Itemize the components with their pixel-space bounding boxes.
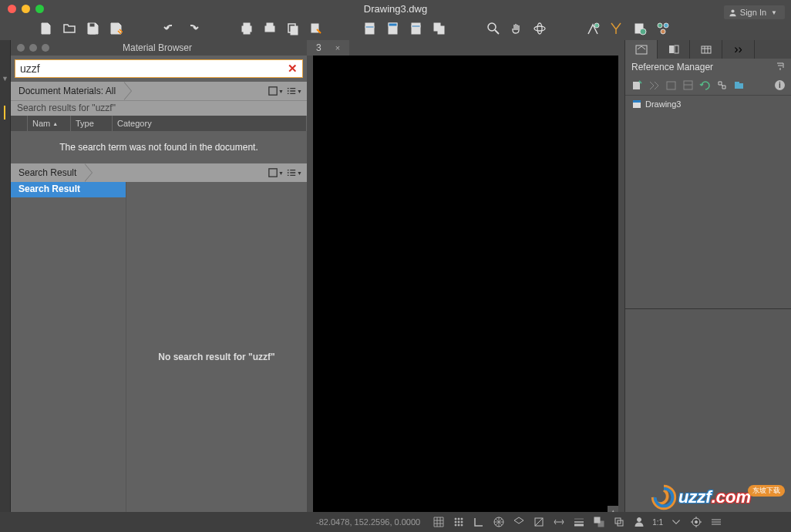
col-blank[interactable] (11, 116, 28, 131)
svg-point-45 (458, 521, 459, 523)
svg-point-49 (461, 524, 463, 526)
paste-button[interactable] (308, 21, 324, 36)
tool4-button[interactable] (655, 21, 671, 36)
snap-button[interactable] (449, 513, 468, 530)
undo-button[interactable] (162, 21, 177, 36)
selection-cycling-button[interactable] (610, 513, 628, 530)
info-button[interactable]: i (772, 79, 786, 93)
rp-btn-4[interactable] (681, 79, 695, 93)
rp-btn-3[interactable] (664, 79, 678, 93)
sb-person-button[interactable] (630, 513, 648, 530)
window-minimize[interactable] (22, 5, 30, 13)
search-results-header: Search results for "uzzf" (11, 100, 307, 116)
transparency-button[interactable] (590, 513, 608, 530)
svg-rect-32 (633, 82, 640, 89)
redo-button[interactable] (185, 21, 200, 36)
workspace-button[interactable] (687, 513, 705, 530)
svg-point-0 (731, 9, 734, 12)
left-ribbon[interactable]: ▼ (0, 40, 11, 532)
chevron-down-icon: ▼ (771, 9, 777, 16)
osnap-button[interactable] (530, 513, 548, 530)
window-title: Drawing3.dwg (364, 3, 427, 15)
zoom-button[interactable] (486, 21, 501, 36)
save-button[interactable] (85, 21, 100, 36)
svg-rect-5 (267, 23, 273, 26)
otrack-button[interactable] (550, 513, 568, 530)
drawing-canvas[interactable]: ▴ (313, 56, 618, 526)
pan-button[interactable] (509, 21, 524, 36)
sheet2-button[interactable] (385, 21, 401, 36)
annotation-scale[interactable]: 1:1 (650, 518, 665, 527)
svg-rect-27 (269, 169, 277, 177)
panel-close[interactable] (17, 44, 25, 52)
sheet3-button[interactable] (409, 21, 424, 36)
polar-button[interactable] (490, 513, 508, 530)
svg-point-23 (658, 23, 662, 28)
svg-rect-12 (389, 23, 397, 26)
panel-dock-icon[interactable] (776, 62, 785, 73)
panel-title-text: Reference Manager (631, 62, 713, 72)
search-input[interactable] (20, 62, 288, 75)
col-type[interactable]: Type (71, 116, 113, 131)
svg-point-25 (661, 29, 665, 34)
new-file-button[interactable] (39, 21, 54, 36)
orbit-button[interactable] (532, 21, 547, 36)
svg-point-24 (664, 23, 668, 28)
tool2-button[interactable] (609, 21, 624, 36)
svg-rect-2 (244, 23, 250, 26)
drawing-tab[interactable]: 3× (307, 40, 349, 56)
tool1-button[interactable] (586, 21, 601, 36)
rp-btn-2[interactable] (647, 79, 661, 93)
print-preview-button[interactable] (262, 21, 278, 36)
sheet4-button[interactable] (432, 21, 447, 36)
refresh-button[interactable] (698, 79, 712, 93)
reference-tree-item[interactable]: Drawing3 (631, 99, 785, 109)
ortho-button[interactable] (470, 513, 488, 530)
search-clear[interactable]: ✕ (288, 62, 298, 76)
ref-manager-tab[interactable] (625, 40, 658, 59)
svg-rect-8 (311, 24, 318, 32)
sb-dropdown[interactable] (667, 513, 685, 530)
customization-button[interactable] (707, 513, 725, 530)
panel-tab-2[interactable] (658, 40, 690, 59)
sheet1-button[interactable] (362, 21, 378, 36)
col-name[interactable]: Nam▲ (28, 116, 71, 131)
lineweight-button[interactable] (570, 513, 588, 530)
no-search-result-msg: No search result for "uzzf" (126, 182, 307, 532)
print-button[interactable] (239, 21, 254, 36)
grid-button[interactable] (429, 513, 448, 530)
svg-point-42 (458, 518, 459, 520)
sr-view-grid[interactable]: ▼ (268, 166, 284, 180)
save-as-button[interactable] (108, 21, 123, 36)
sr-view-list[interactable]: ▼ (287, 166, 302, 180)
tab-close[interactable]: × (335, 43, 340, 52)
copy-button[interactable] (285, 21, 301, 36)
rp-btn-7[interactable] (732, 79, 746, 93)
panel-min[interactable] (29, 44, 37, 52)
attach-button[interactable] (630, 79, 644, 93)
window-maximize[interactable] (35, 5, 44, 13)
open-button[interactable] (62, 21, 77, 36)
user-icon (729, 8, 737, 17)
svg-rect-10 (365, 26, 374, 28)
svg-rect-53 (598, 521, 604, 527)
isodraft-button[interactable] (510, 513, 528, 530)
rp-btn-6[interactable] (715, 79, 729, 93)
doc-materials-crumb[interactable]: Document Materials: All (11, 82, 123, 100)
search-result-crumb[interactable]: Search Result (11, 163, 84, 182)
tool3-button[interactable] (632, 21, 648, 36)
svg-point-58 (695, 521, 698, 524)
coordinates: -82.0478, 152.2596, 0.0000 (316, 517, 420, 527)
col-category[interactable]: Category (113, 116, 307, 131)
panel-max[interactable] (42, 44, 49, 52)
view-list-button[interactable]: ▼ (287, 84, 302, 98)
panel-tab-3[interactable] (690, 40, 722, 59)
panel-more[interactable]: ›› (722, 40, 755, 59)
window-close[interactable] (8, 5, 16, 13)
search-result-tree-item[interactable]: Search Result (11, 182, 126, 197)
svg-text:i: i (779, 81, 781, 89)
signin-button[interactable]: Sign In ▼ (724, 5, 785, 19)
doc-not-found-msg: The search term was not found in the doc… (11, 131, 307, 163)
svg-rect-9 (365, 23, 374, 34)
view-grid-button[interactable]: ▼ (268, 84, 284, 98)
